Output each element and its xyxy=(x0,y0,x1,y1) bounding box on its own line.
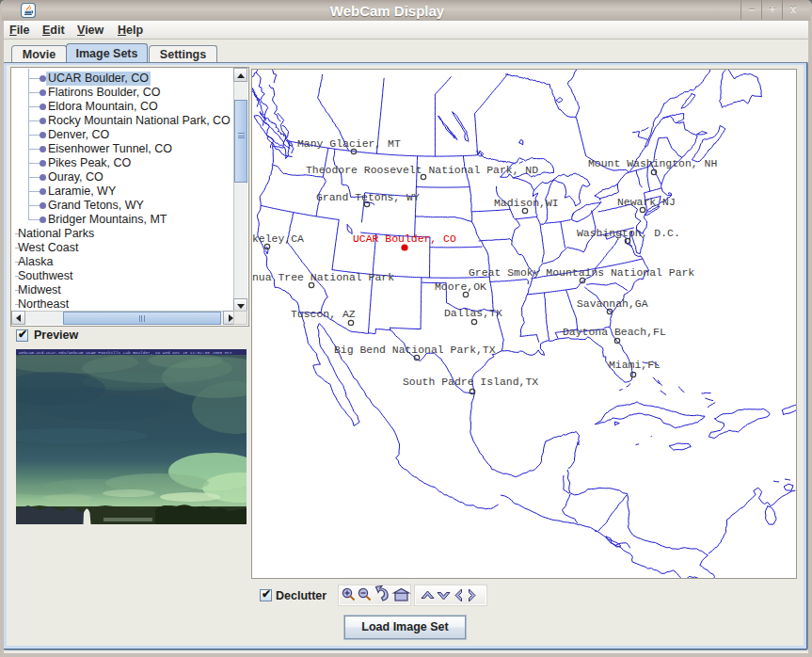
svg-text:UCAR Boulder, CO: UCAR Boulder, CO xyxy=(353,232,456,245)
svg-text:Tuscon, AZ: Tuscon, AZ xyxy=(291,308,356,320)
svg-text:Savannah,GA: Savannah,GA xyxy=(577,297,648,310)
svg-text:Washington, D.C.: Washington, D.C. xyxy=(577,227,680,239)
svg-text:Madison,WI: Madison,WI xyxy=(494,197,559,209)
svg-text:nua Tree National Park: nua Tree National Park xyxy=(252,271,394,283)
svg-text:Big Bend National Park,TX: Big Bend National Park,TX xyxy=(334,344,496,356)
svg-text:Moore,OK: Moore,OK xyxy=(435,280,486,293)
svg-text:Miami,FL: Miami,FL xyxy=(609,359,661,371)
svg-text:Dallas,TX: Dallas,TX xyxy=(444,307,502,319)
svg-text:Daytona Beach,FL: Daytona Beach,FL xyxy=(563,326,666,338)
svg-text:Grand Tetons, WY: Grand Tetons, WY xyxy=(316,191,420,203)
svg-text:webcam.atd.ucar.edu/webcam UCA: webcam.atd.ucar.edu/webcam UCAR Foothill… xyxy=(19,350,232,355)
svg-text:South Padre Island,TX: South Padre Island,TX xyxy=(403,376,538,388)
svg-text:keley,CA: keley,CA xyxy=(252,232,304,245)
svg-text:Great Smoky Mountains National: Great Smoky Mountains National Park xyxy=(469,266,694,279)
svg-text:Many Glacier, MT: Many Glacier, MT xyxy=(297,137,401,150)
svg-text:Mount Washington, NH: Mount Washington, NH xyxy=(588,157,717,169)
svg-text:Newark,NJ: Newark,NJ xyxy=(617,196,676,208)
svg-text:Theodore Roosevelt National Pa: Theodore Roosevelt National Park, ND xyxy=(306,164,538,176)
